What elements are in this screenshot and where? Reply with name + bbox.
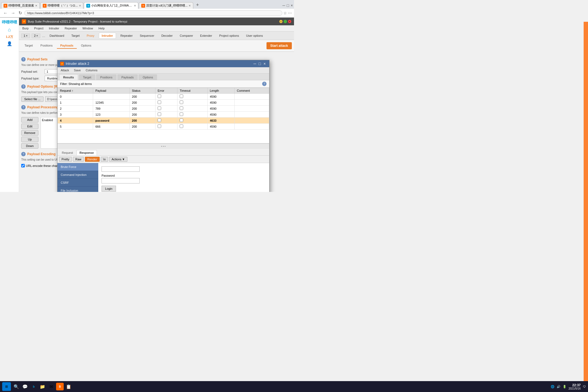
render-btn[interactable]: Render: [85, 157, 100, 162]
filter-text[interactable]: Filter: Showing all items: [60, 82, 92, 85]
dialog-menu-save[interactable]: Save: [73, 68, 82, 72]
menu-project[interactable]: Project: [33, 26, 44, 30]
subtab-target[interactable]: Target: [21, 43, 36, 49]
timeout-check[interactable]: [180, 112, 183, 116]
burp-minimize[interactable]: ─: [279, 20, 283, 23]
tab-close-2[interactable]: ×: [79, 4, 81, 8]
burp-maximize[interactable]: □: [284, 20, 287, 23]
col-error[interactable]: Error: [155, 88, 177, 94]
bili-icon-user[interactable]: 👤: [7, 41, 12, 46]
tab-more[interactable]: ...: [42, 33, 45, 38]
toolbar-repeater[interactable]: Repeater: [118, 33, 135, 38]
raw-btn[interactable]: Raw: [73, 157, 84, 162]
add-rule-button[interactable]: Add: [21, 117, 38, 122]
browser-tab-2[interactable]: b 哔哩哔哩（ '-' ）つロ... ×: [40, 2, 84, 9]
browser-tab-3[interactable]: b 小白网络安全入门之_DVWA全系... ×: [84, 2, 138, 9]
menu-intruder[interactable]: Intruder: [48, 26, 60, 30]
tab-close-1[interactable]: ×: [35, 4, 37, 8]
remove-rule-button[interactable]: Remove: [21, 130, 38, 136]
down-rule-button[interactable]: Down: [21, 143, 38, 149]
url-encode-checkbox[interactable]: [21, 164, 25, 167]
col-payload[interactable]: Payload: [93, 88, 130, 94]
error-check[interactable]: [158, 94, 161, 98]
error-check[interactable]: [158, 100, 161, 104]
new-tab-button[interactable]: +: [194, 1, 201, 9]
toolbar-intruder[interactable]: Intruder: [99, 33, 116, 39]
menu-burp[interactable]: Burp: [21, 26, 30, 30]
filter-help-icon[interactable]: ?: [262, 82, 267, 86]
browser-tab-4[interactable]: b 涅普计划-ctf入门课_哔哩哔哩... ×: [139, 2, 193, 9]
menu-help[interactable]: Help: [97, 26, 106, 30]
toolbar-dashboard[interactable]: Dashboard: [47, 33, 67, 38]
bookmark-icon[interactable]: ☆: [283, 11, 287, 15]
select-file-button[interactable]: Select file ...: [21, 96, 44, 102]
menu-window[interactable]: Window: [81, 26, 94, 30]
table-row[interactable]: 3 123 200 4590: [58, 112, 269, 118]
error-check[interactable]: [158, 118, 161, 122]
dialog-minimize[interactable]: ─: [253, 62, 257, 66]
help-icon-2[interactable]: ?: [21, 84, 26, 89]
actions-dropdown[interactable]: Actions ▼: [109, 157, 127, 162]
burp-close[interactable]: ×: [288, 20, 291, 23]
toolbar-comparer[interactable]: Comparer: [177, 33, 196, 38]
password-input[interactable]: [102, 178, 140, 183]
timeout-check[interactable]: [180, 106, 183, 110]
timeout-check[interactable]: [180, 124, 183, 128]
dvwa-menu-command-injection[interactable]: Command Injection: [57, 171, 98, 179]
panel-divider[interactable]: • • •: [57, 143, 269, 149]
col-request[interactable]: Request ↑: [58, 88, 93, 94]
table-row[interactable]: 5 666 200 4590: [58, 124, 269, 130]
dialog-tab-target[interactable]: Target: [79, 74, 96, 80]
toolbar-sequencer[interactable]: Sequencer: [137, 33, 157, 38]
col-comment[interactable]: Comment: [235, 88, 269, 94]
dialog-tab-payloads[interactable]: Payloads: [117, 74, 138, 80]
dvwa-menu-csrf[interactable]: CSRF: [57, 179, 98, 187]
menu-repeater[interactable]: Repeater: [63, 26, 78, 30]
toolbar-user-options[interactable]: User options: [243, 33, 266, 38]
bili-icon-home[interactable]: ⌂: [8, 27, 11, 33]
start-attack-button[interactable]: Start attack: [267, 42, 292, 49]
up-rule-button[interactable]: Up: [21, 137, 38, 142]
subtab-options[interactable]: Options: [78, 43, 95, 49]
login-button[interactable]: Login: [102, 186, 116, 192]
toolbar-target[interactable]: Target: [69, 33, 82, 38]
maximize-btn[interactable]: □: [287, 3, 289, 8]
edit-rule-button[interactable]: Edit: [21, 124, 38, 129]
back-button[interactable]: ←: [2, 10, 9, 16]
tab-number-2[interactable]: 2 ×: [32, 33, 40, 38]
subtab-payloads[interactable]: Payloads: [57, 43, 76, 49]
dialog-menu-attack[interactable]: Attack: [60, 68, 70, 72]
close-btn[interactable]: ×: [291, 3, 293, 8]
tab-close-4[interactable]: ×: [189, 4, 191, 8]
tab-number-1[interactable]: 1 ×: [21, 33, 30, 38]
req-tab[interactable]: Request: [59, 150, 76, 155]
col-timeout[interactable]: Timeout: [177, 88, 207, 94]
toolbar-project-options[interactable]: Project options: [216, 33, 242, 38]
resp-tab[interactable]: Response: [76, 150, 97, 155]
dvwa-menu-file-inclusion[interactable]: File Inclusion: [57, 187, 98, 192]
table-row[interactable]: 2 789 200 4590: [58, 106, 269, 112]
timeout-check[interactable]: [180, 94, 183, 98]
refresh-button[interactable]: ↻: [17, 10, 23, 16]
tab-close-3[interactable]: ×: [134, 4, 136, 8]
newline-btn[interactable]: \n: [101, 157, 108, 162]
error-check[interactable]: [158, 112, 161, 116]
subtab-positions[interactable]: Positions: [37, 43, 56, 49]
minimize-btn[interactable]: ─: [282, 3, 285, 8]
table-row[interactable]: 0 200 4590: [58, 94, 269, 100]
toolbar-extender[interactable]: Extender: [197, 33, 215, 38]
username-input[interactable]: [102, 166, 140, 172]
dialog-tab-options[interactable]: Options: [139, 74, 157, 80]
timeout-check[interactable]: [180, 100, 183, 104]
toolbar-proxy[interactable]: Proxy: [84, 33, 97, 38]
dialog-tab-results[interactable]: Results: [59, 74, 78, 80]
error-check[interactable]: [158, 106, 161, 110]
timeout-check[interactable]: [180, 118, 183, 122]
dialog-close[interactable]: ×: [263, 62, 267, 66]
col-status[interactable]: Status: [130, 88, 155, 94]
table-row-highlighted[interactable]: 4 password 200 4633: [58, 118, 269, 124]
forward-button[interactable]: →: [10, 10, 16, 16]
pretty-btn[interactable]: Pretty: [59, 157, 72, 162]
address-bar[interactable]: https://www.bilibili.com/video/BV1HK411i…: [24, 10, 282, 16]
dialog-menu-columns[interactable]: Columns: [85, 68, 99, 72]
